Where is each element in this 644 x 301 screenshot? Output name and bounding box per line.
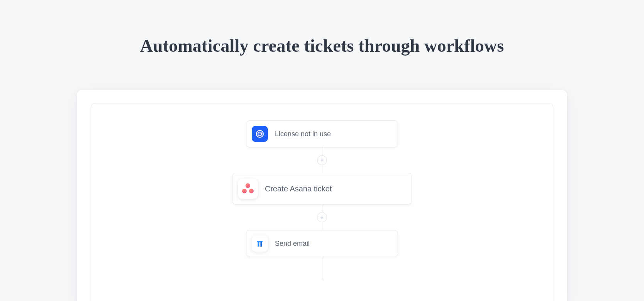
license-icon: [252, 126, 268, 142]
asana-icon: [238, 179, 258, 199]
action-label: Send email: [275, 240, 310, 248]
torii-icon: [252, 235, 268, 252]
add-step-button[interactable]: +: [317, 212, 327, 222]
connector: [322, 165, 322, 173]
connector: [322, 147, 322, 155]
svg-rect-3: [261, 242, 262, 247]
svg-rect-2: [258, 242, 259, 247]
workflow-canvas: License not in use + Create Asana ticket…: [91, 103, 553, 301]
add-step-button[interactable]: +: [317, 155, 327, 165]
connector: [322, 205, 322, 212]
workflow-card: License not in use + Create Asana ticket…: [77, 90, 567, 301]
workflow-flow: License not in use + Create Asana ticket…: [91, 103, 553, 280]
action-label: Create Asana ticket: [265, 184, 332, 193]
page-title: Automatically create tickets through wor…: [0, 0, 644, 56]
connector: [322, 257, 322, 280]
action-node-email[interactable]: Send email: [246, 230, 398, 257]
trigger-label: License not in use: [275, 130, 331, 138]
action-node-asana[interactable]: Create Asana ticket: [232, 173, 412, 205]
connector: [322, 222, 322, 230]
trigger-node[interactable]: License not in use: [246, 120, 398, 147]
